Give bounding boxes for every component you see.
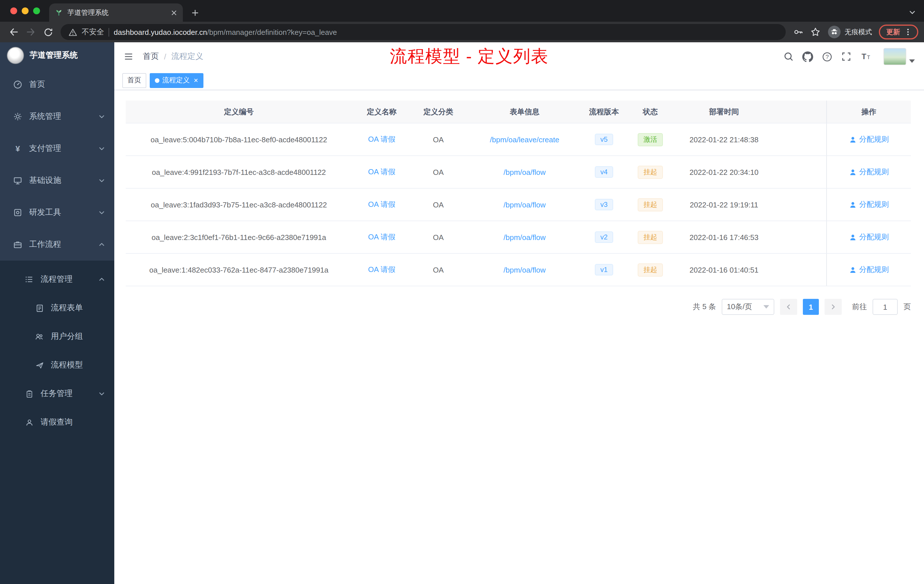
help-icon[interactable]: ? — [822, 51, 833, 62]
monitor-icon — [13, 176, 23, 185]
tag-home[interactable]: 首页 — [122, 73, 146, 88]
assign-rule-link[interactable]: 分配规则 — [849, 265, 889, 275]
breadcrumb-current: 流程定义 — [172, 51, 203, 62]
sidebar-item-process-management[interactable]: 流程管理 — [0, 265, 114, 294]
goto-page-input[interactable] — [873, 299, 898, 315]
sidebar-item-leave-query[interactable]: 请假查询 — [0, 408, 114, 437]
not-secure-warning-icon — [69, 28, 77, 36]
assign-rule-label: 分配规则 — [859, 265, 889, 275]
sidebar-item-home[interactable]: 首页 — [0, 69, 114, 101]
sidebar-item-payment-management[interactable]: ¥ 支付管理 — [0, 133, 114, 165]
back-button[interactable] — [6, 24, 22, 40]
github-icon[interactable] — [802, 51, 813, 62]
column-header: 流程版本 — [584, 101, 624, 123]
tab-close-icon[interactable] — [171, 10, 177, 16]
sidebar-item-user-group[interactable]: 用户分组 — [0, 322, 114, 351]
sidebar-item-label: 请假查询 — [41, 417, 73, 427]
filler-cell — [771, 188, 826, 221]
status-badge: 挂起 — [638, 165, 663, 178]
form-info-link[interactable]: /bpm/oa/flow — [503, 233, 545, 241]
next-page-button[interactable] — [825, 299, 842, 315]
definition-category: OA — [411, 124, 465, 155]
header-actions: ? TT — [784, 48, 915, 65]
window-controls — [10, 7, 40, 14]
definition-name-link[interactable]: OA 请假 — [368, 134, 395, 145]
sidebar-item-system-management[interactable]: 系统管理 — [0, 101, 114, 133]
sidebar-item-workflow[interactable]: 工作流程 — [0, 229, 114, 261]
page-number-1[interactable]: 1 — [803, 299, 819, 315]
active-dot — [155, 78, 159, 82]
hamburger-icon[interactable] — [124, 51, 134, 62]
assign-rule-label: 分配规则 — [859, 200, 889, 210]
reload-button[interactable] — [40, 24, 56, 40]
definition-name-link[interactable]: OA 请假 — [368, 232, 395, 242]
page-content: 定义编号 定义名称 定义分类 表单信息 流程版本 状态 部署时间 操作 oa_l… — [114, 90, 924, 584]
sidebar-menu: 首页 系统管理 ¥ 支付管理 — [0, 69, 114, 584]
update-button[interactable]: 更新 — [879, 25, 918, 40]
prev-page-button[interactable] — [780, 299, 797, 315]
sidebar-item-label: 基础设施 — [29, 175, 61, 186]
sidebar-item-infrastructure[interactable]: 基础设施 — [0, 165, 114, 196]
zoom-window-button[interactable] — [33, 7, 40, 14]
chevron-down-icon — [98, 113, 105, 120]
tab-search-chevron-icon[interactable] — [909, 8, 916, 16]
assign-rule-link[interactable]: 分配规则 — [849, 200, 889, 210]
deploy-time: 2022-01-22 21:48:38 — [676, 124, 771, 155]
main-area: 首页 / 流程定义 流程模型 - 定义列表 ? — [114, 42, 924, 584]
sidebar-item-task-management[interactable]: 任务管理 — [0, 379, 114, 408]
tag-process-definition[interactable]: 流程定义 × — [150, 73, 203, 88]
fullscreen-icon[interactable] — [841, 51, 851, 62]
user-avatar[interactable] — [883, 48, 915, 65]
close-icon[interactable]: × — [194, 77, 198, 84]
deploy-time: 2022-01-22 19:19:11 — [676, 188, 771, 221]
password-key-icon[interactable] — [790, 24, 806, 40]
address-bar[interactable]: 不安全 dashboard.yudao.iocoder.cn/bpm/manag… — [61, 24, 786, 40]
browser-tab[interactable]: 芋道管理系统 — [49, 3, 183, 22]
svg-text:T: T — [862, 52, 866, 61]
form-info-link[interactable]: /bpm/oa/flow — [503, 168, 545, 176]
definition-name-link[interactable]: OA 请假 — [368, 167, 395, 177]
breadcrumb-separator: / — [164, 52, 166, 61]
chevron-down-icon — [98, 177, 105, 184]
sidebar-item-label: 流程管理 — [41, 274, 73, 285]
total-count: 共 5 条 — [693, 302, 716, 312]
bookmark-star-icon[interactable] — [807, 24, 823, 40]
page-size-select[interactable]: 10条/页 — [722, 299, 774, 315]
column-header: 操作 — [826, 101, 911, 123]
form-info-link[interactable]: /bpm/oa/flow — [503, 266, 545, 274]
column-header: 定义编号 — [126, 101, 352, 123]
new-tab-button[interactable] — [191, 8, 200, 17]
status-cell: 挂起 — [624, 188, 676, 221]
form-info-link[interactable]: /bpm/oa/flow — [503, 200, 545, 209]
form-info-link[interactable]: /bpm/oa/leave/create — [490, 135, 559, 144]
filler-cell — [771, 221, 826, 253]
definition-name-link[interactable]: OA 请假 — [368, 200, 395, 210]
more-menu-icon[interactable] — [904, 28, 912, 36]
users-icon — [34, 332, 45, 341]
column-header: 表单信息 — [465, 101, 584, 123]
filler-cell — [771, 124, 826, 155]
definition-name-link[interactable]: OA 请假 — [368, 265, 395, 275]
briefcase-icon — [13, 240, 23, 249]
assign-rule-link[interactable]: 分配规则 — [849, 232, 889, 242]
tab-favicon-icon — [55, 8, 63, 16]
search-icon[interactable] — [784, 51, 794, 62]
goto-label: 前往 — [852, 302, 867, 312]
sidebar-item-dev-tools[interactable]: 研发工具 — [0, 196, 114, 229]
minimize-window-button[interactable] — [22, 7, 28, 14]
sidebar-item-process-model[interactable]: 流程模型 — [0, 351, 114, 379]
version-cell: v4 — [584, 156, 624, 188]
sidebar-item-process-form[interactable]: 流程表单 — [0, 294, 114, 322]
breadcrumb-home-link[interactable]: 首页 — [143, 51, 159, 62]
status-cell: 挂起 — [624, 221, 676, 253]
close-window-button[interactable] — [10, 7, 17, 14]
update-label: 更新 — [886, 27, 900, 37]
screen: 芋道管理系统 不安全 dashboard.yudao.ioc — [0, 0, 924, 584]
tag-label: 首页 — [127, 76, 141, 85]
filler-cell — [771, 156, 826, 188]
forward-button[interactable] — [23, 24, 39, 40]
assign-rule-link[interactable]: 分配规则 — [849, 167, 889, 177]
action-cell: 分配规则 — [826, 124, 911, 155]
assign-rule-link[interactable]: 分配规则 — [849, 134, 889, 145]
font-size-icon[interactable]: TT — [860, 51, 871, 62]
